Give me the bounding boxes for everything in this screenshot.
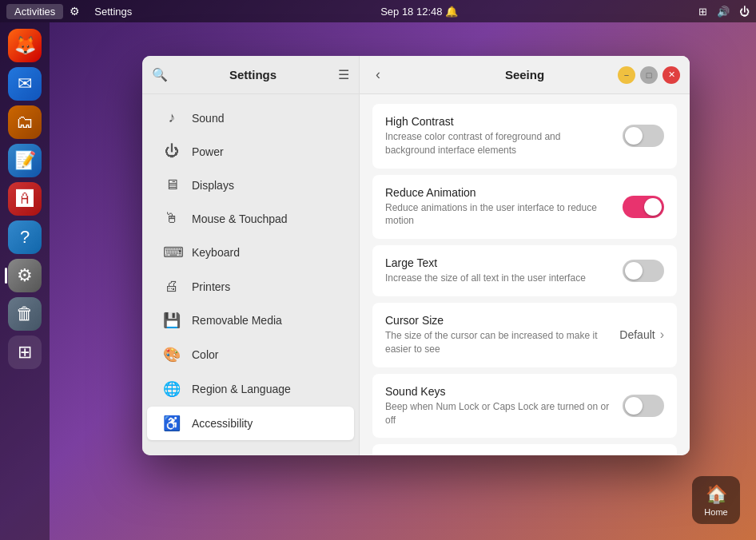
large-text-info: Large Text Increase the size of all text…: [385, 256, 623, 285]
dock-item-trash[interactable]: 🗑: [8, 297, 42, 331]
power-icon: ⏻: [739, 6, 750, 18]
high-contrast-info: High Contrast Increase color contrast of…: [385, 115, 623, 157]
removable-label: Removable Media: [192, 314, 282, 327]
dock-item-settings[interactable]: ⚙: [8, 259, 42, 292]
color-icon: 🎨: [163, 346, 181, 363]
sound-label: Sound: [192, 112, 224, 125]
printers-icon: 🖨: [163, 278, 181, 295]
settings-icon: ⚙: [70, 5, 80, 18]
datetime-label: Sep 18 12:48: [380, 6, 442, 18]
dock-item-help[interactable]: ?: [8, 220, 42, 254]
cursor-size-info: Cursor Size The size of the cursor can b…: [385, 314, 619, 356]
large-text-toggle[interactable]: [623, 260, 664, 282]
taskbar-left: Activities ⚙ Settings: [6, 4, 140, 19]
displays-icon: 🖥: [163, 177, 181, 193]
maximize-button[interactable]: □: [640, 66, 658, 84]
dock-item-apps[interactable]: ⊞: [8, 336, 42, 369]
dock-item-appstore[interactable]: 🅰: [8, 182, 42, 216]
accessibility-label: Accessibility: [192, 417, 253, 430]
sound-keys-desc: Beep when Num Lock or Caps Lock are turn…: [385, 400, 613, 427]
reduce-animation-toggle[interactable]: [623, 196, 664, 218]
taskbar-right: ⊞ 🔊 ⏻: [698, 6, 750, 18]
right-header: ‹ Seeing − □ ✕: [360, 56, 690, 94]
menu-icon[interactable]: ☰: [338, 67, 349, 82]
sidebar-item-sound[interactable]: ♪ Sound: [147, 101, 354, 134]
home-label: Home: [704, 507, 727, 517]
nav-list: ♪ Sound ⏻ Power 🖥 Displays 🖱 Mouse & Tou…: [142, 94, 359, 447]
dock: 🦊 ✉ 🗂 📝 🅰 ? ⚙ 🗑 ⊞: [0, 22, 50, 540]
search-icon[interactable]: 🔍: [152, 67, 168, 82]
mouse-icon: 🖱: [163, 210, 181, 227]
sound-keys-row: Sound Keys Beep when Num Lock or Caps Lo…: [372, 374, 677, 439]
sidebar-item-mouse[interactable]: 🖱 Mouse & Touchpad: [147, 202, 354, 235]
dock-item-firefox[interactable]: 🦊: [8, 29, 42, 62]
home-icon: 🏠: [706, 484, 727, 505]
activities-button[interactable]: Activities: [6, 4, 63, 19]
overlay-scrollbars-row: Overlay Scrollbars Use scrollbars that o…: [372, 444, 677, 455]
sidebar-item-accessibility[interactable]: ♿ Accessibility: [147, 407, 354, 440]
right-panel-title: Seeing: [505, 68, 544, 81]
accessibility-icon: ♿: [163, 415, 181, 432]
taskbar-center: Sep 18 12:48 🔔: [140, 6, 698, 18]
home-button[interactable]: 🏠 Home: [692, 476, 740, 524]
reduce-animation-title: Reduce Animation: [385, 186, 613, 199]
dock-item-files[interactable]: 🗂: [8, 105, 42, 139]
settings-content: High Contrast Increase color contrast of…: [360, 94, 690, 455]
chevron-right-icon: ›: [660, 328, 664, 342]
sidebar-item-keyboard[interactable]: ⌨ Keyboard: [147, 236, 354, 269]
close-button[interactable]: ✕: [662, 66, 680, 84]
left-panel: 🔍 Settings ☰ ♪ Sound ⏻ Power 🖥 Displays …: [142, 56, 360, 455]
sidebar-item-displays[interactable]: 🖥 Displays: [147, 169, 354, 201]
settings-window: 🔍 Settings ☰ ♪ Sound ⏻ Power 🖥 Displays …: [142, 56, 690, 455]
high-contrast-toggle[interactable]: [623, 125, 664, 147]
cursor-size-control[interactable]: Default ›: [619, 328, 664, 342]
right-panel: ‹ Seeing − □ ✕ High Contrast Increase co…: [360, 56, 690, 455]
keyboard-label: Keyboard: [192, 246, 240, 259]
keyboard-icon: ⌨: [163, 244, 181, 261]
window-controls: − □ ✕: [618, 66, 680, 84]
notification-icon: 🔔: [445, 6, 458, 18]
settings-taskbar-label[interactable]: Settings: [86, 4, 140, 19]
sidebar-item-removable[interactable]: 💾 Removable Media: [147, 304, 354, 337]
left-header: 🔍 Settings ☰: [142, 56, 359, 94]
large-text-control[interactable]: [623, 260, 664, 282]
reduce-animation-row: Reduce Animation Reduce animations in th…: [372, 175, 677, 240]
dock-item-mail[interactable]: ✉: [8, 67, 42, 101]
cursor-size-title: Cursor Size: [385, 314, 610, 327]
cursor-size-row[interactable]: Cursor Size The size of the cursor can b…: [372, 303, 677, 367]
sound-keys-info: Sound Keys Beep when Num Lock or Caps Lo…: [385, 385, 623, 427]
network-icon: ⊞: [698, 6, 707, 18]
dock-item-writer[interactable]: 📝: [8, 144, 42, 177]
mouse-label: Mouse & Touchpad: [192, 212, 288, 225]
cursor-size-desc: The size of the cursor can be increased …: [385, 329, 610, 356]
volume-icon: 🔊: [717, 6, 730, 18]
printers-label: Printers: [192, 280, 230, 293]
sound-icon: ♪: [163, 109, 181, 126]
sound-keys-title: Sound Keys: [385, 385, 613, 398]
back-button[interactable]: ‹: [369, 63, 387, 86]
taskbar: Activities ⚙ Settings Sep 18 12:48 🔔 ⊞ 🔊…: [0, 0, 756, 22]
sidebar-item-region[interactable]: 🌐 Region & Language: [147, 372, 354, 406]
sound-keys-control[interactable]: [623, 395, 664, 417]
large-text-desc: Increase the size of all text in the use…: [385, 272, 613, 285]
power-nav-icon: ⏻: [163, 143, 181, 160]
sidebar-item-printers[interactable]: 🖨 Printers: [147, 270, 354, 303]
large-text-title: Large Text: [385, 256, 613, 269]
displays-label: Displays: [192, 179, 234, 192]
removable-icon: 💾: [163, 312, 181, 329]
cursor-size-value: Default: [619, 328, 655, 341]
sidebar-item-color[interactable]: 🎨 Color: [147, 338, 354, 371]
sound-keys-toggle[interactable]: [623, 395, 664, 417]
color-label: Color: [192, 348, 218, 361]
sidebar-item-power[interactable]: ⏻ Power: [147, 135, 354, 168]
high-contrast-control[interactable]: [623, 125, 664, 147]
reduce-animation-control[interactable]: [623, 196, 664, 218]
power-label: Power: [192, 145, 224, 158]
large-text-row: Large Text Increase the size of all text…: [372, 245, 677, 296]
left-panel-title: Settings: [174, 68, 332, 81]
region-icon: 🌐: [163, 380, 181, 398]
high-contrast-row: High Contrast Increase color contrast of…: [372, 104, 677, 169]
high-contrast-title: High Contrast: [385, 115, 613, 128]
reduce-animation-desc: Reduce animations in the user interface …: [385, 201, 613, 228]
minimize-button[interactable]: −: [618, 66, 635, 84]
